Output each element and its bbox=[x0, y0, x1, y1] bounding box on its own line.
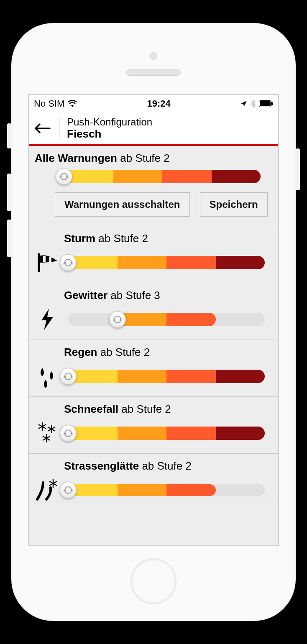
phone-side-button bbox=[7, 123, 11, 148]
slider-thumb[interactable]: ◄► bbox=[56, 168, 72, 185]
panel-regen: Regen ab Stufe 2◄► bbox=[29, 340, 278, 397]
panel-sturm: Sturm ab Stufe 2◄► bbox=[29, 226, 278, 283]
slider-schneefall[interactable]: ◄► bbox=[68, 427, 265, 440]
nav-location: Fiesch bbox=[67, 128, 152, 141]
back-button[interactable] bbox=[33, 119, 51, 138]
slider-thumb[interactable]: ◄► bbox=[109, 311, 126, 328]
heading-sturm: Sturm ab Stufe 2 bbox=[64, 232, 272, 245]
svg-rect-4 bbox=[49, 257, 51, 262]
slider-all-warnings[interactable]: ◄► bbox=[64, 170, 261, 183]
arrow-left-icon bbox=[34, 123, 51, 134]
status-carrier: No SIM bbox=[34, 98, 64, 109]
svg-rect-2 bbox=[271, 102, 273, 105]
slider-thumb[interactable]: ◄► bbox=[60, 368, 77, 385]
heading-gewitter: Gewitter ab Stufe 3 bbox=[64, 289, 272, 302]
nav-divider bbox=[59, 118, 59, 139]
phone-side-button bbox=[7, 174, 11, 211]
phone-side-button bbox=[7, 220, 11, 257]
heading-strassenglaette: Strassenglätte ab Stufe 2 bbox=[64, 460, 272, 473]
heading-regen: Regen ab Stufe 2 bbox=[64, 346, 272, 359]
panel-all-warnings: Alle Warnungen ab Stufe 2 ◄► Warnungen a… bbox=[29, 146, 278, 226]
slider-gewitter[interactable]: ◄► bbox=[68, 313, 265, 326]
svg-rect-3 bbox=[43, 256, 46, 262]
status-bar: No SIM 19:24 bbox=[29, 95, 278, 112]
phone-frame: No SIM 19:24 bbox=[11, 23, 296, 621]
battery-icon bbox=[259, 100, 273, 107]
slider-regen[interactable]: ◄► bbox=[68, 370, 265, 383]
nav-title: Push-Konfiguration bbox=[67, 116, 152, 128]
slider-thumb[interactable]: ◄► bbox=[60, 254, 77, 271]
bluetooth-icon bbox=[251, 100, 256, 108]
slider-strassenglaette[interactable]: ◄► bbox=[68, 484, 265, 496]
panel-strassenglaette: Strassenglätte ab Stufe 2◄► bbox=[29, 454, 278, 503]
wifi-icon bbox=[68, 100, 77, 107]
save-button[interactable]: Speichern bbox=[200, 192, 268, 217]
heading-all-warnings: Alle Warnungen ab Stufe 2 bbox=[35, 152, 272, 165]
heading-schneefall: Schneefall ab Stufe 2 bbox=[64, 403, 272, 416]
disable-warnings-button[interactable]: Warnungen ausschalten bbox=[55, 192, 190, 217]
phone-speaker bbox=[126, 69, 181, 76]
svg-rect-1 bbox=[260, 101, 271, 106]
slider-sturm[interactable]: ◄► bbox=[68, 256, 265, 269]
location-icon bbox=[240, 100, 247, 107]
nav-bar: Push-Konfiguration Fiesch bbox=[29, 112, 278, 146]
panel-gewitter: Gewitter ab Stufe 3◄► bbox=[29, 283, 278, 340]
slider-thumb[interactable]: ◄► bbox=[60, 425, 77, 442]
phone-home-button[interactable] bbox=[130, 558, 177, 604]
lightning-icon bbox=[35, 307, 64, 332]
panel-schneefall: Schneefall ab Stufe 2◄► bbox=[29, 397, 278, 454]
phone-side-button bbox=[296, 148, 300, 190]
status-time: 19:24 bbox=[147, 98, 171, 109]
screen: No SIM 19:24 bbox=[28, 94, 279, 546]
slider-thumb[interactable]: ◄► bbox=[60, 482, 77, 498]
content: Alle Warnungen ab Stufe 2 ◄► Warnungen a… bbox=[29, 146, 278, 545]
